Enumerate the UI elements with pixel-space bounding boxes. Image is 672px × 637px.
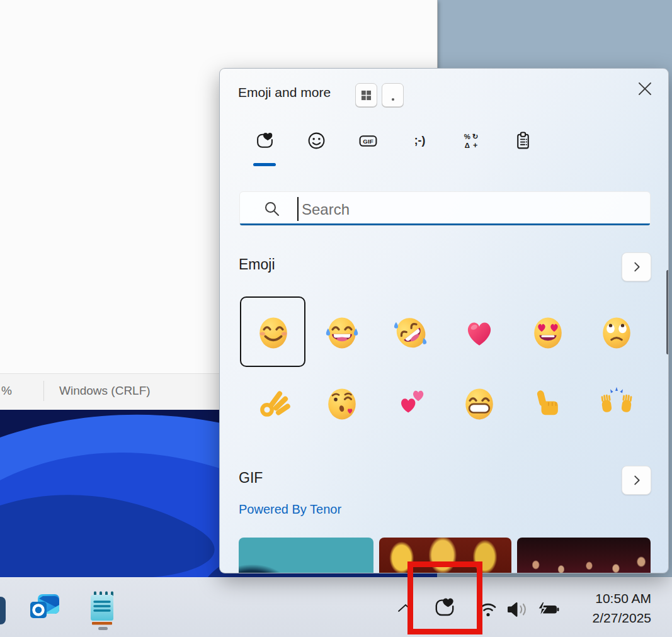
emoji-ok-hand[interactable] <box>255 385 292 422</box>
tab-gif[interactable]: GIF <box>353 125 383 155</box>
svg-text:+: + <box>473 141 477 150</box>
notepad-zoom-level: % <box>1 384 12 398</box>
tab-emoji[interactable] <box>301 125 331 155</box>
notepad-taskbar-icon[interactable] <box>88 590 117 626</box>
category-tab-row: GIF;-)% ↻ Δ + <box>249 125 538 155</box>
windows-key-badge <box>355 83 377 107</box>
search-focus-underline <box>240 223 650 225</box>
emoji-red-heart[interactable] <box>461 314 498 351</box>
status-divider <box>43 381 44 401</box>
volume-icon[interactable] <box>504 600 530 618</box>
gif-thumbnail-teal[interactable] <box>239 538 373 573</box>
emoji-beaming-face-with-smiling-eyes[interactable] <box>461 385 498 422</box>
gif-thumbnail-audience[interactable] <box>517 538 651 573</box>
svg-text:GIF: GIF <box>363 138 373 145</box>
search-box[interactable] <box>239 191 651 226</box>
battery-charging-icon[interactable] <box>534 601 562 617</box>
emoji-face-blowing-a-kiss[interactable] <box>324 385 360 422</box>
emoji-smiling-face-with-heart-eyes[interactable] <box>530 314 566 351</box>
search-input[interactable] <box>300 194 643 224</box>
emoji-panel: Emoji and more GIF;-)% ↻ Δ + <box>219 68 669 573</box>
emoji-row <box>255 385 635 422</box>
svg-text:%: % <box>464 132 470 140</box>
selected-tab-indicator <box>253 163 276 166</box>
emoji-smiling-face-with-smiling-eyes[interactable] <box>255 314 292 351</box>
emoji-face-with-tears-of-joy[interactable] <box>324 314 360 351</box>
period-key-badge <box>382 83 404 107</box>
panel-scrollbar-thumb[interactable] <box>666 270 669 354</box>
tab-most-recent[interactable] <box>249 125 280 155</box>
emoji-two-hearts[interactable] <box>392 385 429 422</box>
emoji-rolling-on-the-floor-laughing[interactable] <box>392 314 429 351</box>
emoji-section-label: Emoji <box>239 256 275 273</box>
emoji-more-button[interactable] <box>622 252 651 281</box>
tab-symbols[interactable]: % ↻ Δ + <box>456 125 486 155</box>
emoji-row <box>255 314 635 351</box>
tab-clipboard[interactable] <box>508 125 538 155</box>
search-icon <box>264 201 280 217</box>
emoji-raising-hands[interactable] <box>598 385 635 422</box>
gif-section-label: GIF <box>239 470 263 487</box>
gif-more-button[interactable] <box>622 466 651 495</box>
svg-text:↻: ↻ <box>472 132 478 140</box>
svg-text:Δ: Δ <box>464 141 469 149</box>
notepad-line-ending: Windows (CRLF) <box>59 384 151 398</box>
emoji-face-with-rolling-eyes[interactable] <box>598 314 635 351</box>
clock-date: 2/27/2025 <box>593 608 651 628</box>
taskbar-clock[interactable]: 10:50 AM 2/27/2025 <box>593 589 651 628</box>
panel-title: Emoji and more <box>238 85 331 100</box>
tab-kaomoji[interactable]: ;-) <box>404 125 435 155</box>
tenor-attribution-link[interactable]: Powered By Tenor <box>239 502 341 517</box>
partial-app-icon[interactable] <box>0 597 6 624</box>
close-icon[interactable] <box>635 79 654 98</box>
desktop: % Windows (CRLF) <box>0 0 672 637</box>
taskbar: 10:50 AM 2/27/2025 <box>0 577 672 637</box>
svg-text:;-): ;-) <box>414 134 425 147</box>
emoji-thumbs-up[interactable] <box>530 385 566 422</box>
text-caret <box>297 197 299 221</box>
outlook-taskbar-icon[interactable] <box>29 593 62 623</box>
notepad-running-indicator <box>98 627 108 630</box>
annotation-highlight-box <box>407 561 482 634</box>
clock-time: 10:50 AM <box>593 589 651 608</box>
